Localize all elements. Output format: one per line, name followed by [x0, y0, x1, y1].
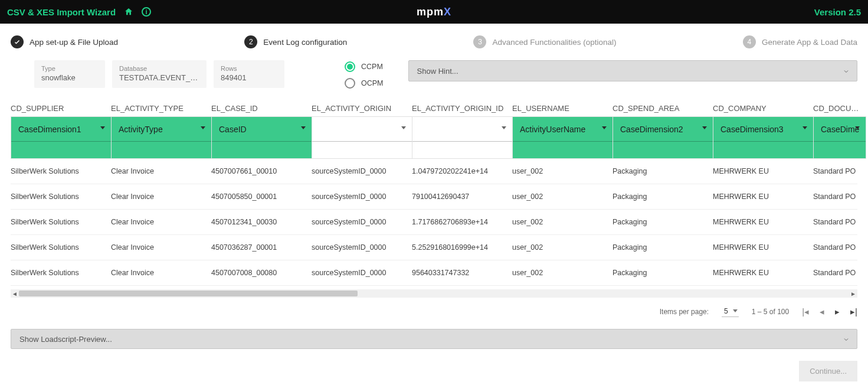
table-cell: Clear Invoice	[111, 184, 211, 209]
mapping-select[interactable]: CaseDimension1	[11, 117, 111, 142]
column-header: CD_SPEND_AREA	[612, 100, 713, 116]
top-bar: CSV & XES Import Wizard i mpmX Version 2…	[0, 0, 868, 24]
table-cell: 79100412690437	[412, 184, 512, 209]
table-cell: Standard PO	[813, 235, 866, 260]
check-icon	[11, 35, 24, 48]
continue-button[interactable]: Continue...	[799, 361, 857, 381]
column-header: CD_DOCUMENT	[813, 100, 866, 116]
table-cell: Standard PO	[813, 210, 866, 234]
scroll-right-icon[interactable]: ►	[849, 289, 857, 298]
table-row: SilberWerk SolutionsClear Invoice4507007…	[11, 159, 857, 184]
show-hint-panel[interactable]: Show Hint...	[408, 60, 858, 81]
rows-card: Rows 849401	[214, 60, 284, 88]
type-card: Type snowflake	[34, 60, 105, 88]
scroll-left-icon[interactable]: ◄	[11, 289, 19, 298]
mapping-select[interactable]: ActivityUserName	[513, 117, 612, 142]
table-row: SilberWerk SolutionsClear Invoice4507012…	[11, 210, 857, 235]
step-2[interactable]: 2 Event Log configuration	[244, 35, 347, 48]
mapping-cell: ActivityUserName	[512, 116, 612, 159]
table-cell: SilberWerk Solutions	[11, 159, 111, 184]
show-loadscript-panel[interactable]: Show Loadscript-Preview...	[11, 329, 857, 349]
ocpm-radio[interactable]: OCPM	[345, 78, 384, 89]
table-cell: SilberWerk Solutions	[11, 210, 111, 234]
mapping-cell: CaseDimension1	[11, 116, 111, 159]
table-cell: 5.2529168016999e+14	[412, 235, 512, 260]
mapping-select[interactable]	[312, 117, 412, 142]
column-headers: CD_SUPPLIEREL_ACTIVITY_TYPEEL_CASE_IDEL_…	[11, 100, 857, 116]
table-cell: SilberWerk Solutions	[11, 235, 111, 260]
info-icon[interactable]: i	[142, 7, 151, 17]
dropdown-icon	[702, 126, 707, 129]
table-cell: sourceSystemID_0000	[312, 159, 412, 184]
table-cell: sourceSystemID_0000	[312, 235, 412, 260]
table-cell: 95640331747332	[412, 260, 512, 285]
mapping-select[interactable]: CaseDimension3	[713, 117, 813, 142]
dropdown-icon	[401, 126, 406, 129]
mapping-table: CD_SUPPLIEREL_ACTIVITY_TYPEEL_CASE_IDEL_…	[0, 100, 868, 298]
mapping-select[interactable]: CaseID	[212, 117, 312, 142]
chevron-down-icon	[843, 68, 850, 75]
radio-icon	[345, 78, 355, 89]
dropdown-icon	[301, 126, 306, 129]
scrollbar-thumb[interactable]	[19, 291, 358, 296]
table-cell: Packaging	[612, 260, 713, 285]
horizontal-scrollbar[interactable]: ◄ ►	[11, 289, 857, 298]
items-per-page-select[interactable]: 5	[722, 306, 739, 317]
dropdown-icon	[602, 126, 607, 129]
table-cell: Standard PO	[813, 184, 866, 209]
table-cell: 4507012341_00030	[211, 210, 312, 234]
table-cell: 1.0479720202241e+14	[412, 159, 512, 184]
table-cell: user_002	[512, 235, 612, 260]
mapping-cell: CaseDime	[813, 116, 866, 159]
mapping-select[interactable]: CaseDimension2	[613, 117, 713, 142]
controls-row: Type snowflake Database TESTDATA.EVENT_L…	[0, 60, 868, 100]
ccpm-radio[interactable]: CCPM	[345, 61, 384, 72]
mapping-cell: CaseDimension3	[713, 116, 813, 159]
table-row: SilberWerk SolutionsClear Invoice4507005…	[11, 184, 857, 210]
table-row: SilberWerk SolutionsClear Invoice4507036…	[11, 235, 857, 260]
items-per-page-label: Items per page:	[660, 308, 709, 316]
dropdown-icon	[733, 309, 738, 312]
prev-page-icon[interactable]: ◂	[820, 306, 824, 317]
mapping-select[interactable]: ActivityType	[112, 117, 211, 142]
database-card: Database TESTDATA.EVENT_LOGS.	[112, 60, 207, 88]
chevron-down-icon	[843, 336, 850, 343]
table-cell: sourceSystemID_0000	[312, 184, 412, 209]
mapping-select[interactable]	[412, 117, 512, 142]
table-cell: Packaging	[612, 159, 713, 184]
app-title: CSV & XES Import Wizard	[7, 7, 116, 17]
mapping-select[interactable]: CaseDime	[814, 117, 866, 142]
mode-radio-group: CCPM OCPM	[345, 60, 384, 89]
table-cell: user_002	[512, 159, 612, 184]
last-page-icon[interactable]: ▸|	[850, 306, 857, 317]
column-header: EL_ACTIVITY_ORIGIN	[312, 100, 412, 116]
table-cell: 1.7176862706893e+14	[412, 210, 512, 234]
next-page-icon[interactable]: ▸	[835, 306, 840, 317]
table-cell: Clear Invoice	[111, 210, 211, 234]
table-cell: 4507007661_00010	[211, 159, 312, 184]
table-cell: Packaging	[612, 235, 713, 260]
mapping-cell: CaseDimension2	[612, 116, 713, 159]
dropdown-icon	[100, 126, 105, 129]
step-3[interactable]: 3 Advanced Functionalities (optional)	[473, 35, 616, 48]
step-4[interactable]: 4 Generate App & Load Data	[743, 35, 857, 48]
table-cell: MEHRWERK EU	[713, 159, 813, 184]
table-cell: SilberWerk Solutions	[11, 184, 111, 209]
page-range-label: 1 – 5 of 100	[752, 308, 789, 316]
step-1[interactable]: App set-up & File Upload	[11, 35, 118, 48]
table-cell: user_002	[512, 210, 612, 234]
column-header: EL_ACTIVITY_ORIGIN_ID	[412, 100, 512, 116]
table-cell: 4507007008_00080	[211, 260, 312, 285]
pagination: Items per page: 5 1 – 5 of 100 |◂ ◂ ▸ ▸|	[0, 298, 868, 321]
first-page-icon[interactable]: |◂	[802, 306, 809, 317]
table-cell: Packaging	[612, 184, 713, 209]
home-icon[interactable]	[124, 7, 133, 17]
table-cell: sourceSystemID_0000	[312, 260, 412, 285]
table-cell: user_002	[512, 260, 612, 285]
mapping-cell: ActivityType	[111, 116, 211, 159]
table-cell: Packaging	[612, 210, 713, 234]
column-header: CD_SUPPLIER	[11, 100, 111, 116]
dropdown-icon	[803, 126, 807, 129]
table-cell: user_002	[512, 184, 612, 209]
table-cell: MEHRWERK EU	[713, 184, 813, 209]
